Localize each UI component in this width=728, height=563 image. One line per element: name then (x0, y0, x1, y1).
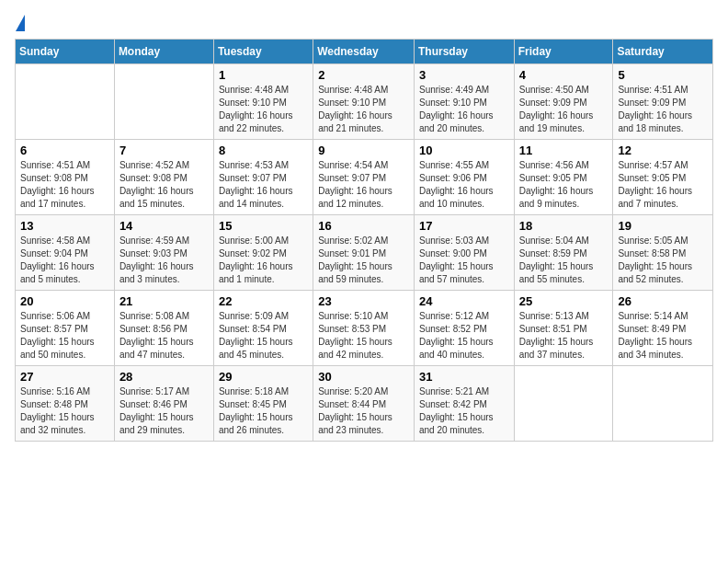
day-info: Sunrise: 5:17 AM Sunset: 8:46 PM Dayligh… (119, 385, 209, 437)
calendar-header-row: SundayMondayTuesdayWednesdayThursdayFrid… (16, 40, 713, 64)
day-number: 15 (219, 219, 308, 233)
calendar-cell: 23Sunrise: 5:10 AM Sunset: 8:53 PM Dayli… (313, 291, 415, 366)
day-number: 12 (618, 144, 708, 157)
logo-icon (16, 15, 25, 31)
day-info: Sunrise: 5:06 AM Sunset: 8:57 PM Dayligh… (20, 310, 109, 362)
calendar-cell: 31Sunrise: 5:21 AM Sunset: 8:42 PM Dayli… (414, 366, 514, 442)
day-info: Sunrise: 5:08 AM Sunset: 8:56 PM Dayligh… (119, 310, 209, 362)
calendar-cell: 10Sunrise: 4:55 AM Sunset: 9:06 PM Dayli… (414, 140, 514, 215)
day-info: Sunrise: 4:58 AM Sunset: 9:04 PM Dayligh… (20, 235, 109, 286)
day-info: Sunrise: 5:09 AM Sunset: 8:54 PM Dayligh… (219, 310, 308, 362)
day-info: Sunrise: 4:51 AM Sunset: 9:08 PM Dayligh… (20, 159, 109, 211)
calendar-cell: 1Sunrise: 4:48 AM Sunset: 9:10 PM Daylig… (213, 64, 313, 140)
day-number: 22 (219, 294, 308, 308)
header (15, 15, 713, 31)
calendar-week-row: 27Sunrise: 5:16 AM Sunset: 8:48 PM Dayli… (16, 366, 713, 442)
calendar-cell: 21Sunrise: 5:08 AM Sunset: 8:56 PM Dayli… (114, 291, 213, 366)
day-info: Sunrise: 5:20 AM Sunset: 8:44 PM Dayligh… (318, 385, 409, 437)
day-info: Sunrise: 4:48 AM Sunset: 9:10 PM Dayligh… (219, 84, 308, 135)
day-number: 11 (519, 144, 609, 157)
day-header-thursday: Thursday (414, 40, 514, 64)
day-info: Sunrise: 4:48 AM Sunset: 9:10 PM Dayligh… (318, 84, 409, 135)
day-number: 1 (219, 68, 308, 82)
day-number: 25 (519, 294, 609, 308)
calendar-cell: 25Sunrise: 5:13 AM Sunset: 8:51 PM Dayli… (514, 291, 613, 366)
day-number: 30 (318, 370, 409, 384)
calendar-cell: 26Sunrise: 5:14 AM Sunset: 8:49 PM Dayli… (613, 291, 713, 366)
day-info: Sunrise: 5:00 AM Sunset: 9:02 PM Dayligh… (219, 235, 308, 286)
day-number: 19 (618, 219, 708, 233)
calendar-cell: 24Sunrise: 5:12 AM Sunset: 8:52 PM Dayli… (414, 291, 514, 366)
day-info: Sunrise: 5:04 AM Sunset: 8:59 PM Dayligh… (519, 235, 609, 286)
calendar-cell: 12Sunrise: 4:57 AM Sunset: 9:05 PM Dayli… (613, 140, 713, 215)
calendar-cell: 18Sunrise: 5:04 AM Sunset: 8:59 PM Dayli… (514, 215, 613, 291)
calendar-cell: 13Sunrise: 4:58 AM Sunset: 9:04 PM Dayli… (16, 215, 115, 291)
day-info: Sunrise: 4:51 AM Sunset: 9:09 PM Dayligh… (618, 84, 708, 135)
calendar-cell: 29Sunrise: 5:18 AM Sunset: 8:45 PM Dayli… (213, 366, 313, 442)
day-number: 9 (318, 144, 409, 157)
day-number: 5 (618, 68, 708, 82)
day-number: 26 (618, 294, 708, 308)
calendar-week-row: 6Sunrise: 4:51 AM Sunset: 9:08 PM Daylig… (16, 140, 713, 215)
logo (15, 15, 25, 31)
day-number: 13 (20, 219, 109, 233)
day-info: Sunrise: 4:50 AM Sunset: 9:09 PM Dayligh… (519, 84, 609, 135)
day-info: Sunrise: 5:12 AM Sunset: 8:52 PM Dayligh… (419, 310, 509, 362)
calendar: SundayMondayTuesdayWednesdayThursdayFrid… (15, 39, 713, 442)
calendar-cell: 17Sunrise: 5:03 AM Sunset: 9:00 PM Dayli… (414, 215, 514, 291)
day-number: 14 (119, 219, 209, 233)
day-number: 7 (119, 144, 209, 157)
day-number: 28 (119, 370, 209, 384)
day-info: Sunrise: 5:03 AM Sunset: 9:00 PM Dayligh… (419, 235, 509, 286)
calendar-cell: 3Sunrise: 4:49 AM Sunset: 9:10 PM Daylig… (414, 64, 514, 140)
day-info: Sunrise: 5:21 AM Sunset: 8:42 PM Dayligh… (419, 385, 509, 437)
day-number: 29 (219, 370, 308, 384)
day-number: 3 (419, 68, 509, 82)
day-info: Sunrise: 5:18 AM Sunset: 8:45 PM Dayligh… (219, 385, 308, 437)
day-info: Sunrise: 4:49 AM Sunset: 9:10 PM Dayligh… (419, 84, 509, 135)
day-header-saturday: Saturday (613, 40, 713, 64)
day-number: 2 (318, 68, 409, 82)
day-info: Sunrise: 4:59 AM Sunset: 9:03 PM Dayligh… (119, 235, 209, 286)
calendar-week-row: 1Sunrise: 4:48 AM Sunset: 9:10 PM Daylig… (16, 64, 713, 140)
calendar-cell: 22Sunrise: 5:09 AM Sunset: 8:54 PM Dayli… (213, 291, 313, 366)
day-info: Sunrise: 5:13 AM Sunset: 8:51 PM Dayligh… (519, 310, 609, 362)
calendar-cell: 14Sunrise: 4:59 AM Sunset: 9:03 PM Dayli… (114, 215, 213, 291)
day-info: Sunrise: 5:14 AM Sunset: 8:49 PM Dayligh… (618, 310, 708, 362)
calendar-cell: 8Sunrise: 4:53 AM Sunset: 9:07 PM Daylig… (213, 140, 313, 215)
day-info: Sunrise: 5:05 AM Sunset: 8:58 PM Dayligh… (618, 235, 708, 286)
day-number: 18 (519, 219, 609, 233)
day-info: Sunrise: 5:16 AM Sunset: 8:48 PM Dayligh… (20, 385, 109, 437)
day-info: Sunrise: 5:02 AM Sunset: 9:01 PM Dayligh… (318, 235, 409, 286)
day-info: Sunrise: 4:55 AM Sunset: 9:06 PM Dayligh… (419, 159, 509, 211)
day-number: 20 (20, 294, 109, 308)
day-number: 21 (119, 294, 209, 308)
calendar-cell (613, 366, 713, 442)
day-info: Sunrise: 4:53 AM Sunset: 9:07 PM Dayligh… (219, 159, 308, 211)
calendar-week-row: 20Sunrise: 5:06 AM Sunset: 8:57 PM Dayli… (16, 291, 713, 366)
calendar-week-row: 13Sunrise: 4:58 AM Sunset: 9:04 PM Dayli… (16, 215, 713, 291)
calendar-cell: 5Sunrise: 4:51 AM Sunset: 9:09 PM Daylig… (613, 64, 713, 140)
day-number: 31 (419, 370, 509, 384)
day-number: 8 (219, 144, 308, 157)
calendar-cell: 16Sunrise: 5:02 AM Sunset: 9:01 PM Dayli… (313, 215, 415, 291)
calendar-cell: 6Sunrise: 4:51 AM Sunset: 9:08 PM Daylig… (16, 140, 115, 215)
calendar-cell: 7Sunrise: 4:52 AM Sunset: 9:08 PM Daylig… (114, 140, 213, 215)
calendar-cell (514, 366, 613, 442)
day-header-wednesday: Wednesday (313, 40, 415, 64)
day-header-sunday: Sunday (16, 40, 115, 64)
day-header-monday: Monday (114, 40, 213, 64)
day-number: 17 (419, 219, 509, 233)
calendar-cell: 11Sunrise: 4:56 AM Sunset: 9:05 PM Dayli… (514, 140, 613, 215)
day-info: Sunrise: 4:52 AM Sunset: 9:08 PM Dayligh… (119, 159, 209, 211)
calendar-cell (114, 64, 213, 140)
day-number: 4 (519, 68, 609, 82)
day-info: Sunrise: 4:54 AM Sunset: 9:07 PM Dayligh… (318, 159, 409, 211)
day-info: Sunrise: 4:56 AM Sunset: 9:05 PM Dayligh… (519, 159, 609, 211)
day-number: 6 (20, 144, 109, 157)
calendar-cell: 15Sunrise: 5:00 AM Sunset: 9:02 PM Dayli… (213, 215, 313, 291)
calendar-cell: 2Sunrise: 4:48 AM Sunset: 9:10 PM Daylig… (313, 64, 415, 140)
day-info: Sunrise: 4:57 AM Sunset: 9:05 PM Dayligh… (618, 159, 708, 211)
day-number: 27 (20, 370, 109, 384)
calendar-cell: 30Sunrise: 5:20 AM Sunset: 8:44 PM Dayli… (313, 366, 415, 442)
